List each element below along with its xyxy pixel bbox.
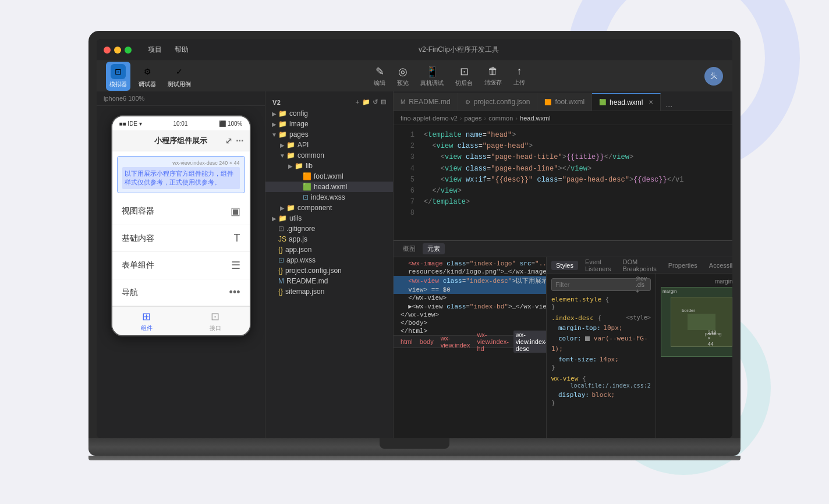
- styles-body: :hov .cls + element.style { }: [547, 274, 732, 438]
- tree-item-sitemap[interactable]: {} sitemap.json: [265, 286, 393, 297]
- filter-input[interactable]: [555, 281, 636, 288]
- tree-collapse-icon[interactable]: ⊟: [381, 98, 387, 106]
- laptop-container: 项目 帮助 v2-FinClip小程序开发工具 ⊡ 模拟器 ⚙: [88, 31, 741, 473]
- debug-label: 调试器: [139, 80, 156, 88]
- tab-icon-foot: 🟧: [544, 99, 551, 105]
- el-bc-html[interactable]: html: [398, 338, 415, 346]
- user-avatar[interactable]: 头: [704, 67, 723, 86]
- tree-item-utils[interactable]: ▶ 📁 utils: [265, 213, 393, 223]
- html-line-5[interactable]: ▶<wx-view class="index-bd">_</wx-view>: [394, 302, 546, 311]
- tree-item-gitignore[interactable]: ⊡ .gitignore: [265, 223, 393, 234]
- devtools-tab-elements[interactable]: 元素: [423, 243, 445, 254]
- tree-item-lib[interactable]: ▶ 📁 lib: [265, 161, 393, 171]
- breadcrumb-item-0[interactable]: fino-applet-demo-v2: [401, 115, 458, 122]
- html-line-2[interactable]: <wx-view class="index-desc">以下用展示小程序官方组件…: [394, 276, 546, 286]
- tree-refresh-icon[interactable]: ↺: [373, 98, 378, 106]
- tree-item-api[interactable]: ▶ 📁 API: [265, 140, 393, 150]
- tab-head-wxml[interactable]: 🟩 head.wxml ✕: [592, 93, 661, 111]
- close-button[interactable]: [104, 47, 111, 54]
- filter-pseudo[interactable]: :hov .cls +: [636, 275, 647, 294]
- styles-tab-styles[interactable]: Styles: [551, 261, 578, 270]
- tree-item-head-wxml[interactable]: 🟩 head.wxml: [265, 182, 393, 192]
- code-editor[interactable]: 1 <template name="head"> 2 <view class="…: [394, 125, 732, 240]
- tab-icon-head: 🟩: [599, 99, 606, 105]
- folder-icon: 📁: [286, 141, 295, 149]
- file-wxss-icon: ⊡: [278, 256, 284, 264]
- list-item-0[interactable]: 视图容器 ▣: [112, 198, 250, 225]
- tree-item-pages[interactable]: ▼ 📁 pages: [265, 129, 393, 140]
- tree-item-app-json[interactable]: {} app.json: [265, 244, 393, 255]
- edit-action[interactable]: ✎ 编辑: [374, 65, 385, 87]
- toolbar-right: 头: [704, 67, 723, 86]
- file-wxml-icon: 🟧: [303, 172, 311, 180]
- tree-new-folder-icon[interactable]: 📁: [362, 98, 371, 106]
- menu-item-project[interactable]: 项目: [144, 44, 165, 56]
- tree-item-image[interactable]: ▶ 📁 image: [265, 119, 393, 129]
- tree-item-readme[interactable]: M README.md: [265, 276, 393, 286]
- styles-tab-properties[interactable]: Properties: [664, 261, 702, 270]
- cache-action[interactable]: 🗑 清缓存: [484, 65, 502, 87]
- menu-item-help[interactable]: 帮助: [171, 44, 192, 56]
- preview-action[interactable]: ◎ 预览: [397, 65, 409, 87]
- list-item-1[interactable]: 基础内容 T: [112, 225, 250, 252]
- toolbar-center: ✎ 编辑 ◎ 预览 📱 真机调试 ⊡ 切后台: [194, 65, 704, 87]
- chevron-down-icon: ▼: [270, 132, 278, 138]
- html-line-1[interactable]: resources/kind/logo.png">_</wx-image>: [394, 268, 546, 276]
- devtools-tab-overview[interactable]: 概图: [398, 243, 420, 254]
- device-label: 真机调试: [420, 79, 444, 87]
- tree-item-index-wxss[interactable]: ⊡ index.wxss: [265, 192, 393, 203]
- filter-bar[interactable]: :hov .cls +: [551, 278, 651, 291]
- file-default-icon: ⊡: [278, 225, 284, 233]
- html-line-6[interactable]: </wx-view>: [394, 311, 546, 319]
- breadcrumb-item-2[interactable]: common: [488, 115, 513, 122]
- styles-tab-accessibility[interactable]: Accessibility: [704, 261, 732, 270]
- list-item-label-2: 表单组件: [122, 260, 154, 271]
- tree-item-config[interactable]: ▶ 📁 config: [265, 108, 393, 119]
- phone-battery: ⬛ 100%: [219, 120, 242, 127]
- tab-foot-wxml[interactable]: 🟧 foot.wxml: [537, 93, 592, 111]
- toolbar: ⊡ 模拟器 ⚙ 调试器 ✓ 测试用例: [97, 61, 732, 91]
- debug-icon: ⚙: [140, 64, 155, 79]
- tab-readme[interactable]: M README.md: [394, 93, 458, 111]
- debug-button[interactable]: ⚙ 调试器: [135, 62, 160, 91]
- list-item-2[interactable]: 表单组件 ☰: [112, 252, 250, 279]
- el-bc-wxview-hd[interactable]: wx-view.index-hd: [474, 331, 511, 353]
- tree-new-file-icon[interactable]: +: [356, 98, 360, 106]
- tab-project-config[interactable]: ⚙ project.config.json: [458, 93, 538, 111]
- edit-label: 编辑: [374, 79, 385, 87]
- html-line-0[interactable]: <wx-image class="index-logo" src="../res…: [394, 260, 546, 268]
- maximize-button[interactable]: [125, 47, 132, 54]
- nav-label-component: 组件: [141, 324, 153, 332]
- el-bc-wxview-desc[interactable]: wx-view.index-desc: [513, 331, 546, 353]
- breadcrumb-item-1[interactable]: pages: [465, 115, 482, 122]
- nav-item-api[interactable]: ⊡ 接口: [181, 310, 250, 332]
- styles-tab-listeners[interactable]: Event Listeners: [580, 257, 616, 274]
- tree-item-project-config[interactable]: {} project.config.json: [265, 265, 393, 276]
- tree-item-app-wxss[interactable]: ⊡ app.wxss: [265, 255, 393, 265]
- html-line-3[interactable]: view> == $0: [394, 286, 546, 294]
- tree-item-component[interactable]: ▶ 📁 component: [265, 203, 393, 213]
- upload-action[interactable]: ↑ 上传: [513, 65, 525, 87]
- test-label: 测试用例: [168, 80, 191, 88]
- simulate-button[interactable]: ⊡ 模拟器: [106, 62, 130, 91]
- styles-tab-breakpoints[interactable]: DOM Breakpoints: [618, 257, 661, 274]
- tab-more-icon[interactable]: ···: [661, 101, 677, 111]
- nav-item-component[interactable]: ⊞ 组件: [112, 310, 181, 332]
- test-button[interactable]: ✓ 测试用例: [164, 62, 194, 91]
- tab-close-icon[interactable]: ✕: [649, 99, 653, 105]
- cut-action[interactable]: ⊡ 切后台: [455, 65, 473, 87]
- tree-item-app-js[interactable]: JS app.js: [265, 234, 393, 244]
- el-bc-wxview[interactable]: wx-view.index: [438, 334, 473, 349]
- cut-label: 切后台: [455, 79, 473, 87]
- list-item-3[interactable]: 导航 •••: [112, 279, 250, 306]
- css-close-brace: }: [551, 364, 651, 371]
- device-action[interactable]: 📱 真机调试: [420, 65, 444, 87]
- more-icon: ···: [236, 136, 243, 146]
- html-line-4[interactable]: </wx-view>: [394, 294, 546, 302]
- el-bc-body[interactable]: body: [417, 338, 436, 346]
- tree-item-foot-wxml[interactable]: 🟧 foot.wxml: [265, 171, 393, 182]
- minimize-button[interactable]: [114, 47, 121, 54]
- html-line-7[interactable]: </body>: [394, 319, 546, 327]
- tree-item-common[interactable]: ▼ 📁 common: [265, 150, 393, 161]
- breadcrumb-item-3[interactable]: head.wxml: [520, 115, 551, 122]
